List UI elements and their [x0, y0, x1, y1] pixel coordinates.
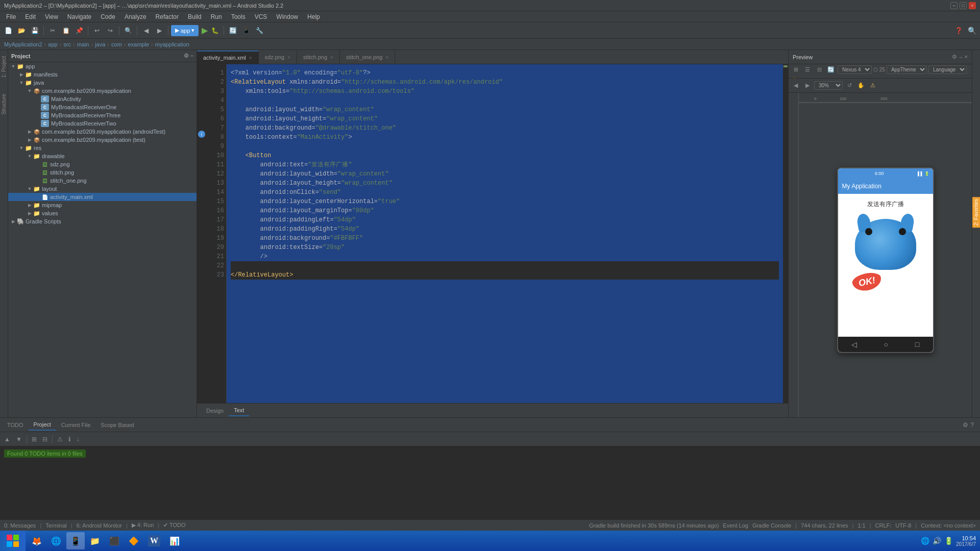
- zoom-selector[interactable]: 30% 50% 100%: [814, 81, 843, 90]
- nav-recents-button[interactable]: □: [915, 340, 919, 348]
- bc-src[interactable]: src: [63, 41, 71, 47]
- bc-example[interactable]: example: [128, 41, 149, 47]
- preview-gear-icon[interactable]: ⚙: [952, 54, 957, 60]
- project-hide-icon[interactable]: –: [190, 53, 193, 59]
- bottom-panel-settings-icon[interactable]: ⚙: [963, 421, 968, 429]
- bp-info-icon[interactable]: ℹ: [66, 435, 73, 444]
- status-android-monitor-btn[interactable]: 6: Android Monitor: [77, 522, 122, 529]
- menu-tools[interactable]: Tools: [227, 12, 250, 21]
- menu-analyze[interactable]: Analyze: [120, 12, 151, 21]
- status-run-btn[interactable]: ▶ 4: Run: [132, 522, 154, 529]
- tb-cut[interactable]: ✂: [46, 24, 59, 37]
- taskbar-androidstudio[interactable]: 📱: [66, 532, 85, 549]
- menu-edit[interactable]: Edit: [21, 12, 40, 21]
- menu-vcs[interactable]: VCS: [251, 12, 272, 21]
- code-content[interactable]: <?xml version="1.0" encoding="utf-8"?> <…: [227, 64, 783, 403]
- tree-pkg-androidtest[interactable]: ▶ 📦 com.example.bz0209.myapplication (an…: [8, 128, 197, 136]
- tree-receiver1[interactable]: C MyBroadcastReceiverOne: [8, 103, 197, 111]
- tree-gradle-scripts[interactable]: ▶ 🐘 Gradle Scripts: [8, 217, 197, 226]
- tb-redo[interactable]: ↪: [104, 24, 116, 37]
- app-selector[interactable]: ▶ app ▾: [171, 25, 199, 36]
- tb-undo[interactable]: ↩: [91, 24, 103, 37]
- tb-new[interactable]: 📄: [2, 24, 14, 37]
- tree-drawable[interactable]: ▼ 📁 drawable: [8, 152, 197, 160]
- tree-app[interactable]: ▼ 📁 app: [8, 62, 197, 70]
- menu-refactor[interactable]: Refactor: [152, 12, 183, 21]
- tab-activity-main-xml[interactable]: activity_main.xml ×: [197, 51, 259, 64]
- tab-sdz-png[interactable]: sdz.png ×: [259, 51, 297, 64]
- bp-download-icon[interactable]: ↓: [75, 435, 82, 444]
- device-selector[interactable]: Nexus 4: [838, 65, 872, 74]
- bc-myapplication2[interactable]: MyApplication2: [4, 41, 42, 47]
- tree-mainactivity[interactable]: C MainActivity: [8, 95, 197, 103]
- status-todo-btn[interactable]: ✔ TODO: [163, 522, 185, 529]
- bc-com[interactable]: com: [111, 41, 122, 47]
- clock[interactable]: 10:54 2017/6/7: [956, 535, 976, 547]
- tree-receiver3[interactable]: C MyBroadcastReceiverThree: [8, 111, 197, 119]
- project-gear-icon[interactable]: ⚙: [184, 53, 189, 59]
- tb-save[interactable]: 💾: [29, 24, 41, 37]
- bc-main[interactable]: main: [77, 41, 89, 47]
- btab-project[interactable]: Project: [29, 419, 56, 431]
- bp-warn-icon[interactable]: ⚠: [55, 435, 65, 444]
- tb-avd[interactable]: 📱: [240, 24, 252, 37]
- tray-battery-icon[interactable]: 🔋: [944, 537, 953, 545]
- tray-volume-icon[interactable]: 🔊: [933, 537, 941, 545]
- pt2-next-icon[interactable]: ▶: [802, 81, 813, 91]
- tree-pkg-main[interactable]: ▼ 📦 com.example.bz0209.myapplication: [8, 87, 197, 95]
- pt2-warning-icon[interactable]: ⚠: [868, 81, 878, 91]
- menu-window[interactable]: Window: [272, 12, 302, 21]
- bc-app[interactable]: app: [48, 41, 57, 47]
- tab-sdz-png-close[interactable]: ×: [287, 55, 290, 60]
- tray-network-icon[interactable]: 🌐: [921, 537, 929, 545]
- bc-java[interactable]: java: [95, 41, 105, 47]
- tab-stitch-png-close[interactable]: ×: [330, 55, 333, 60]
- project-view-tab[interactable]: 1: Project: [0, 54, 8, 80]
- menu-navigate[interactable]: Navigate: [63, 12, 95, 21]
- tab-stitch-one-png[interactable]: stitch_one.png ×: [340, 51, 395, 64]
- tb-paste[interactable]: 📌: [73, 24, 85, 37]
- tb-forward[interactable]: ▶: [153, 24, 165, 37]
- status-terminal-btn[interactable]: Terminal: [45, 522, 67, 529]
- tree-java[interactable]: ▼ 📁 java: [8, 79, 197, 87]
- text-tab[interactable]: Text: [229, 405, 249, 416]
- tb-sync[interactable]: 🔄: [227, 24, 239, 37]
- taskbar-firefox[interactable]: 🦊: [28, 532, 46, 549]
- taskbar-chrome[interactable]: 🌐: [47, 532, 65, 549]
- tb-open[interactable]: 📂: [15, 24, 28, 37]
- status-event-log[interactable]: Event Log: [723, 522, 748, 529]
- tree-manifests[interactable]: ▶ 📁 manifests: [8, 70, 197, 79]
- status-messages-btn[interactable]: 0: Messages: [4, 522, 36, 529]
- close-button[interactable]: ×: [969, 2, 976, 9]
- favorites-tab[interactable]: 2: Favorites: [972, 197, 980, 228]
- menu-help[interactable]: Help: [303, 12, 324, 21]
- tab-stitch-png[interactable]: stitch.png ×: [297, 51, 340, 64]
- tb-help[interactable]: ❓: [952, 24, 965, 37]
- tb-search-everywhere[interactable]: 🔍: [966, 24, 978, 37]
- preview-close-icon[interactable]: ×: [965, 54, 968, 60]
- menu-build[interactable]: Build: [184, 12, 206, 21]
- nav-home-button[interactable]: ○: [884, 340, 888, 348]
- tree-values[interactable]: ▶ 📁 values: [8, 209, 197, 217]
- tb-sdk[interactable]: 🔧: [253, 24, 265, 37]
- tab-activity-main-xml-close[interactable]: ×: [249, 55, 252, 61]
- tb-copy[interactable]: 📋: [60, 24, 72, 37]
- bp-collapse-icon[interactable]: ⊟: [40, 435, 50, 444]
- tree-activity-main-xml[interactable]: 📄 activity_main.xml: [8, 193, 197, 201]
- btab-current-file[interactable]: Current File: [56, 420, 95, 430]
- bc-myapplication[interactable]: myapplication: [155, 41, 189, 47]
- pt2-prev-icon[interactable]: ◀: [791, 81, 801, 91]
- bp-expand-icon[interactable]: ⊞: [30, 435, 39, 444]
- tab-stitch-one-png-close[interactable]: ×: [385, 55, 388, 60]
- preview-hide-icon[interactable]: –: [959, 54, 962, 60]
- taskbar-explorer[interactable]: 📁: [86, 532, 104, 549]
- taskbar-word[interactable]: W: [144, 532, 164, 549]
- tree-sdz-png[interactable]: 🖼 sdz.png: [8, 160, 197, 168]
- tree-res[interactable]: ▼ 📁 res: [8, 144, 197, 152]
- taskbar-vlc[interactable]: 🔶: [125, 532, 143, 549]
- status-gradle-console[interactable]: Gradle Console: [752, 522, 791, 529]
- nav-back-button[interactable]: ◁: [851, 340, 857, 348]
- bottom-panel-help-icon[interactable]: ?: [970, 421, 974, 429]
- btab-scope-based[interactable]: Scope Based: [95, 420, 139, 430]
- structure-tab[interactable]: Structure: [0, 92, 8, 117]
